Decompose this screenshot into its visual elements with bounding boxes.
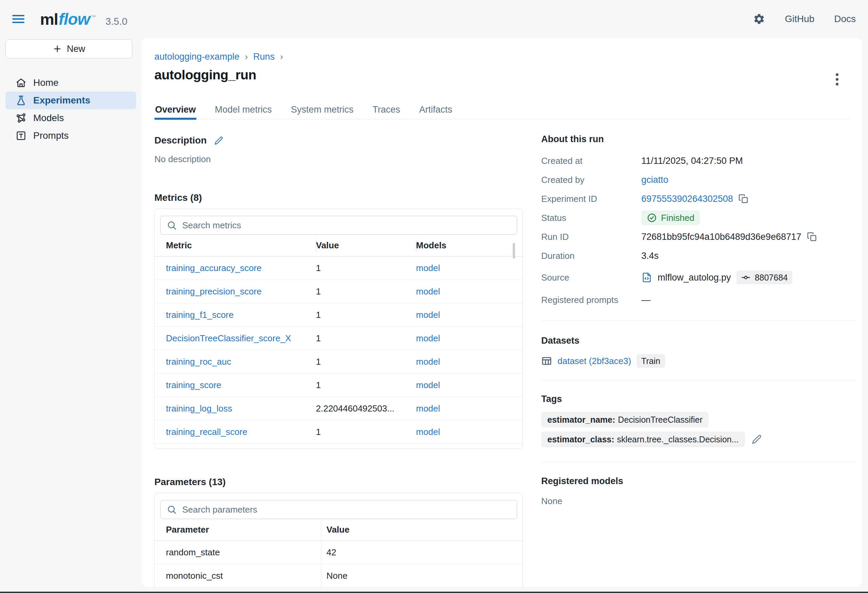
page-title: autologging_run — [154, 68, 283, 83]
table-row: training_accuracy_score 1 model — [155, 257, 523, 280]
docs-link[interactable]: Docs — [834, 13, 856, 24]
sidebar-item-models[interactable]: Models — [6, 109, 136, 127]
new-button[interactable]: New — [6, 39, 132, 58]
about-row-duration: Duration 3.4s — [541, 246, 857, 265]
tab-artifacts[interactable]: Artifacts — [418, 103, 453, 119]
search-icon — [167, 220, 177, 230]
run-id-value: 72681bb95fc94a10b6489d36e9e68717 — [641, 232, 802, 242]
table-row: training_roc_auc 1 model — [155, 350, 523, 373]
about-heading: About this run — [541, 134, 857, 145]
tab-system-metrics[interactable]: System metrics — [290, 103, 354, 119]
copy-icon[interactable] — [807, 232, 817, 242]
breadcrumb-experiment-link[interactable]: autologging-example — [154, 52, 239, 62]
metric-link[interactable]: training_log_loss — [155, 403, 316, 414]
parameters-table-header: Parameter Value — [155, 519, 523, 541]
metric-link[interactable]: training_precision_score — [155, 286, 316, 297]
logo-ml-text: ml — [40, 10, 58, 28]
new-button-label: New — [67, 44, 85, 54]
metric-value: 1 — [316, 286, 416, 297]
metric-link[interactable]: DecisionTreeClassifier_score_X — [155, 333, 316, 344]
parameters-search — [160, 500, 517, 519]
sidebar-item-label: Prompts — [33, 130, 69, 141]
column-divider — [416, 239, 416, 252]
section-divider — [541, 320, 857, 321]
model-link[interactable]: model — [416, 380, 523, 391]
duration-value: 3.4s — [641, 251, 658, 261]
dataset-link[interactable]: dataset (2bf3ace3) — [558, 356, 631, 366]
copy-icon[interactable] — [738, 194, 748, 204]
run-header: autologging-example › Runs › autologging… — [154, 52, 283, 83]
about-row-created-by: Created by gciatto — [541, 170, 857, 189]
model-link[interactable]: model — [416, 310, 523, 320]
logo-trademark: ™ — [91, 14, 96, 20]
experiment-id-link[interactable]: 697555390264302508 — [641, 194, 733, 204]
metric-link[interactable]: training_roc_auc — [155, 357, 316, 367]
scrollbar-thumb[interactable] — [513, 243, 515, 258]
flask-icon — [16, 95, 27, 106]
dataset-row: dataset (2bf3ace3) Train — [541, 354, 857, 368]
edit-description-pencil-icon[interactable] — [214, 136, 223, 145]
metric-value: 1 — [316, 333, 416, 344]
tab-model-metrics[interactable]: Model metrics — [214, 103, 273, 119]
mlflow-logo[interactable]: ml flow ™ 3.5.0 — [40, 10, 127, 28]
dataset-context-badge: Train — [636, 354, 665, 368]
metric-link[interactable]: training_f1_score — [155, 310, 316, 320]
sidebar-item-experiments[interactable]: Experiments — [6, 91, 136, 109]
commit-badge[interactable]: 8807684 — [736, 271, 792, 284]
hamburger-menu-icon[interactable] — [12, 13, 24, 25]
model-link[interactable]: model — [416, 333, 523, 344]
topbar-actions: GitHub Docs — [753, 13, 856, 25]
created-by-link[interactable]: gciatto — [641, 175, 669, 185]
about-row-source: Source mlflow_autolog.py 8807684 — [541, 265, 857, 290]
tag-row: estimator_class: sklearn.tree._classes.D… — [541, 432, 857, 447]
model-link[interactable]: model — [416, 286, 523, 297]
tab-overview[interactable]: Overview — [154, 103, 196, 119]
parameter-name: monotonic_cst — [155, 571, 321, 581]
metric-link[interactable]: training_accuracy_score — [155, 263, 316, 273]
model-link[interactable]: model — [416, 403, 523, 414]
window-bottom-edge — [0, 592, 868, 593]
description-section-header: Description — [154, 135, 523, 146]
github-link[interactable]: GitHub — [785, 13, 814, 24]
tags-heading: Tags — [541, 394, 857, 404]
metric-value: 1 — [316, 357, 416, 367]
sidebar-item-home[interactable]: Home — [6, 74, 136, 91]
run-detail-card: autologging-example › Runs › autologging… — [142, 38, 862, 587]
tab-traces[interactable]: Traces — [372, 103, 401, 119]
column-header-value: Value — [321, 524, 523, 535]
edit-tags-pencil-icon[interactable] — [751, 434, 762, 444]
row-label: Registered prompts — [541, 295, 641, 305]
metric-value: 1 — [316, 380, 416, 391]
about-row-experiment-id: Experiment ID 697555390264302508 — [541, 189, 857, 208]
metrics-table-header: Metric Value Models — [155, 235, 523, 257]
gear-icon[interactable] — [753, 13, 765, 25]
git-commit-icon — [741, 273, 751, 282]
metric-link[interactable]: training_recall_score — [155, 427, 316, 437]
sidebar-item-prompts[interactable]: Prompts — [6, 127, 136, 145]
about-row-run-id: Run ID 72681bb95fc94a10b6489d36e9e68717 — [541, 227, 857, 246]
sidebar-nav: Home Experiments Models Prompts — [0, 74, 142, 145]
parameters-search-input[interactable] — [182, 504, 511, 515]
row-label: Duration — [541, 251, 641, 261]
row-label: Status — [541, 213, 641, 223]
about-rows: Created at 11/11/2025, 04:27:50 PM Creat… — [541, 151, 857, 310]
about-row-created-at: Created at 11/11/2025, 04:27:50 PM — [541, 151, 857, 170]
metrics-panel: Metric Value Models training_accuracy_sc… — [154, 209, 523, 449]
kebab-menu-icon[interactable] — [830, 71, 844, 87]
tag-estimator-name: estimator_name: DecisionTreeClassifier — [541, 412, 709, 428]
source-file-name: mlflow_autolog.py — [658, 272, 731, 283]
overview-left-column: Description No description Metrics (8) M… — [154, 119, 523, 587]
row-label: Created at — [541, 156, 641, 166]
version-label: 3.5.0 — [106, 16, 128, 27]
table-row: DecisionTreeClassifier_score_X 1 model — [155, 327, 523, 350]
model-link[interactable]: model — [416, 263, 523, 273]
tab-bar: Overview Model metrics System metrics Tr… — [154, 103, 849, 119]
model-link[interactable]: model — [416, 427, 523, 437]
parameter-value: None — [321, 571, 523, 581]
model-link[interactable]: model — [416, 357, 523, 367]
metric-link[interactable]: training_score — [155, 380, 316, 391]
breadcrumb-runs-link[interactable]: Runs — [253, 52, 275, 62]
metrics-search-input[interactable] — [182, 220, 511, 231]
column-header-metric: Metric — [155, 240, 316, 251]
datasets-heading: Datasets — [541, 335, 857, 346]
